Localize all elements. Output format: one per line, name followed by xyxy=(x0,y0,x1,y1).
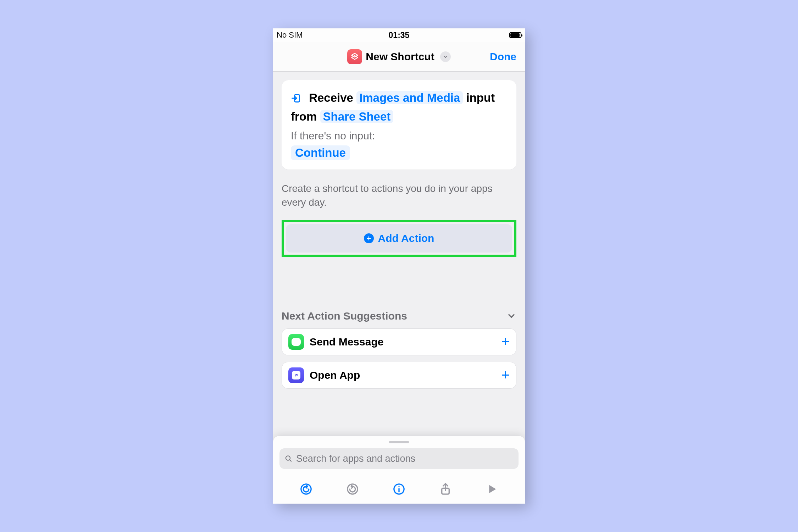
clock-label: 01:35 xyxy=(273,31,525,40)
undo-button[interactable] xyxy=(295,478,317,500)
suggestions-header[interactable]: Next Action Suggestions xyxy=(282,310,516,322)
redo-button[interactable] xyxy=(342,478,363,500)
add-suggestion-icon[interactable]: + xyxy=(501,367,510,383)
redo-icon xyxy=(346,483,359,495)
chevron-down-icon xyxy=(443,54,448,60)
info-button[interactable] xyxy=(388,478,410,500)
bottom-sheet[interactable] xyxy=(273,436,525,504)
add-suggestion-icon[interactable]: + xyxy=(501,334,510,350)
suggestion-open-app[interactable]: Open App + xyxy=(282,362,516,389)
open-app-icon xyxy=(288,367,304,383)
input-types-token[interactable]: Images and Media xyxy=(356,91,463,104)
search-field[interactable] xyxy=(279,448,519,469)
receive-label: Receive xyxy=(309,91,353,104)
device-frame: No SIM 01:35 New Shortcut Done xyxy=(273,28,525,504)
play-icon xyxy=(486,483,498,495)
title-menu-chevron[interactable] xyxy=(440,51,451,62)
fallback-action-token[interactable]: Continue xyxy=(291,145,350,160)
input-arrow-icon xyxy=(291,90,301,100)
suggestion-label: Send Message xyxy=(310,336,496,348)
search-icon xyxy=(284,454,293,463)
navigation-bar: New Shortcut Done xyxy=(273,42,525,72)
suggestion-send-message[interactable]: Send Message + xyxy=(282,328,516,355)
input-source-token[interactable]: Share Sheet xyxy=(320,110,394,123)
shortcuts-app-icon xyxy=(347,49,362,64)
battery-icon xyxy=(509,32,521,38)
messages-app-icon xyxy=(288,334,304,350)
receive-input-card: Receive Images and Media input from Shar… xyxy=(282,80,516,170)
status-bar: No SIM 01:35 xyxy=(273,28,525,42)
run-button[interactable] xyxy=(481,478,503,500)
search-input[interactable] xyxy=(296,453,514,464)
share-button[interactable] xyxy=(435,478,456,500)
chevron-down-icon xyxy=(506,311,516,321)
suggestions-title: Next Action Suggestions xyxy=(282,310,407,322)
suggestion-label: Open App xyxy=(310,369,496,381)
add-action-button[interactable]: Add Action xyxy=(286,224,512,253)
share-icon xyxy=(439,483,452,495)
sheet-grabber[interactable] xyxy=(389,441,409,443)
undo-icon xyxy=(300,483,312,495)
svg-point-5 xyxy=(398,486,400,487)
info-icon xyxy=(393,483,405,495)
add-action-label: Add Action xyxy=(378,232,434,244)
done-button[interactable]: Done xyxy=(490,42,516,71)
title-group[interactable]: New Shortcut xyxy=(347,49,450,64)
no-input-label: If there's no input: xyxy=(291,130,507,142)
tutorial-highlight: Add Action xyxy=(282,220,516,257)
editor-toolbar xyxy=(279,474,519,504)
page-title: New Shortcut xyxy=(366,51,434,63)
editor-hint-text: Create a shortcut to actions you do in y… xyxy=(282,182,516,209)
plus-circle-icon xyxy=(364,233,374,243)
